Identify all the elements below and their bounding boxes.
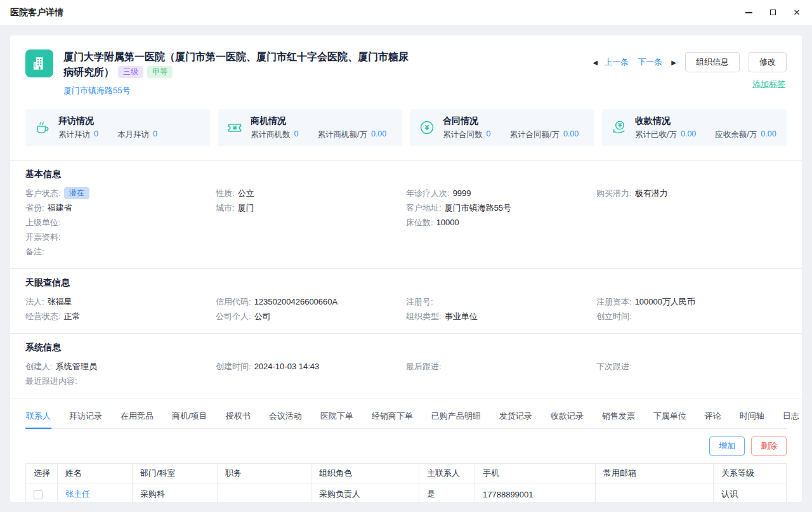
field-row: 创建人:系统管理员 创建时间:2024-10-03 14:43 最后跟进: 下次…	[25, 359, 787, 374]
tab-dealer-orders[interactable]: 经销商下单	[371, 405, 414, 428]
prev-arrow-icon[interactable]: ◀	[593, 59, 598, 66]
yuan-circle-icon: ¥	[419, 119, 435, 136]
field: 法人:张福星	[25, 294, 216, 309]
coffee-cup-icon	[34, 119, 51, 136]
tab-contacts[interactable]: 联系人	[25, 405, 51, 429]
field	[216, 215, 406, 230]
cell-phone: 17788899001	[475, 483, 596, 502]
field: 城市:厦门	[216, 200, 406, 215]
tab-opportunities[interactable]: 商机/项目	[171, 405, 208, 428]
hospital-building-icon	[25, 49, 53, 77]
tab-visit-records[interactable]: 拜访记录	[69, 405, 103, 428]
field-row: 省份:福建省 城市:厦门 客户地址:厦门市镇海路55号	[25, 200, 787, 215]
field	[596, 374, 787, 388]
section-title: 天眼查信息	[25, 277, 787, 289]
tab-authorizations[interactable]: 授权书	[225, 405, 251, 428]
field	[596, 244, 787, 259]
field: 创立时间:	[596, 309, 787, 324]
cell-department: 采购科	[133, 483, 218, 502]
grade-badge: 三级	[118, 66, 143, 78]
field	[216, 244, 406, 259]
page-background: 厦门大学附属第一医院（厦门市第一医院、厦门市红十字会医院、厦门市糖尿病研究所）三…	[0, 25, 812, 512]
field-row: 最近跟进内容:	[25, 374, 787, 388]
tab-payment-records[interactable]: 收款记录	[550, 405, 584, 428]
field-row: 上级单位: 床位数:10000	[25, 215, 787, 230]
add-button[interactable]: 增加	[709, 437, 745, 456]
field: 创建人:系统管理员	[25, 359, 216, 374]
field	[406, 244, 596, 259]
tab-competitors[interactable]: 在用竞品	[120, 405, 154, 428]
customer-detail-card: 厦门大学附属第一医院（厦门市第一医院、厦门市红十字会医院、厦门市糖尿病研究所）三…	[10, 36, 802, 502]
tab-timeline[interactable]: 时间轴	[739, 405, 765, 428]
org-info-button[interactable]: 组织信息	[685, 52, 740, 72]
field: 最后跟进:	[406, 359, 596, 374]
maximize-icon[interactable]	[768, 8, 778, 18]
field-customer-status: 客户状态:潜在	[25, 186, 216, 200]
cell-select	[26, 483, 58, 502]
stat-cards: 拜访情况 累计拜访0 本月拜访0 ¥ 商机情况	[25, 109, 787, 160]
cell-relation: 认识	[714, 483, 787, 502]
field	[596, 215, 787, 230]
stat-card-contracts: ¥ 合同情况 累计合同数0 累计合同额/万0.00	[410, 109, 594, 146]
field: 客户地址:厦门市镇海路55号	[406, 200, 596, 215]
tianyancha-section: 天眼查信息 法人:张福星 信用代码:12350200426600660A 注册号…	[10, 269, 802, 334]
table-row[interactable]: 张主任 采购科 采购负责人 是 17788899001 认识	[26, 483, 787, 502]
svg-text:¥: ¥	[618, 123, 622, 129]
next-record-link[interactable]: 下一条	[638, 56, 662, 68]
minimize-icon[interactable]	[743, 8, 754, 18]
field: 信用代码:12350200426600660A	[216, 294, 406, 309]
prev-record-link[interactable]: 上一条	[604, 56, 629, 68]
tab-sales-invoices[interactable]: 销售发票	[601, 405, 636, 428]
hospital-address-link[interactable]: 厦门市镇海路55号	[63, 85, 130, 96]
table-header-row: 选择 姓名 部门/科室 职务 组织角色 主联系人 手机 常用邮箱 关系等级	[26, 464, 787, 483]
contact-name-link[interactable]: 张主任	[65, 489, 90, 499]
field: 注册号:	[406, 294, 596, 309]
col-department: 部门/科室	[133, 464, 218, 483]
app-window: 医院客户详情 ×	[0, 0, 812, 512]
field: 购买潜力:极有潜力	[596, 186, 787, 200]
delete-button[interactable]: 删除	[751, 437, 787, 456]
tab-comments[interactable]: 评论	[704, 405, 722, 428]
tab-subordinate-units[interactable]: 下属单位	[653, 405, 687, 428]
svg-text:¥: ¥	[233, 124, 237, 131]
col-phone: 手机	[475, 464, 596, 483]
field: 开票资料:	[25, 230, 216, 244]
row-checkbox[interactable]	[34, 490, 43, 499]
window-titlebar: 医院客户详情 ×	[0, 0, 812, 25]
edit-button[interactable]: 修改	[749, 52, 787, 72]
field: 年诊疗人次:9999	[406, 186, 596, 200]
cell-primary-contact: 是	[419, 483, 475, 502]
tab-purchased-products[interactable]: 已购产品明细	[431, 405, 481, 428]
field: 省份:福建省	[25, 200, 216, 215]
close-icon[interactable]: ×	[792, 8, 802, 18]
tab-meetings[interactable]: 会议活动	[268, 405, 303, 428]
window-controls: ×	[743, 8, 802, 18]
basic-info-section: 基本信息 客户状态:潜在 性质:公立 年诊疗人次:9999 购买潜力:极有潜力 …	[10, 161, 802, 269]
field: 经营状态:正常	[25, 309, 216, 324]
yuan-ticket-icon: ¥	[226, 119, 243, 136]
add-tag-link[interactable]: 添加标签	[752, 79, 785, 90]
field-row: 法人:张福星 信用代码:12350200426600660A 注册号: 注册资本…	[25, 294, 787, 309]
field: 最近跟进内容:	[25, 374, 216, 388]
field: 上级单位:	[25, 215, 216, 230]
field	[406, 230, 596, 244]
cell-position	[218, 483, 311, 502]
tab-logs[interactable]: 日志	[782, 405, 800, 428]
col-relation: 关系等级	[714, 464, 787, 483]
stat-card-visits: 拜访情况 累计拜访0 本月拜访0	[25, 109, 210, 146]
cell-name: 张主任	[58, 483, 133, 502]
tab-hospital-orders[interactable]: 医院下单	[320, 405, 354, 428]
status-badge: 潜在	[64, 187, 89, 199]
cell-role: 采购负责人	[311, 483, 419, 502]
col-name: 姓名	[58, 464, 133, 483]
hospital-name: 厦门大学附属第一医院（厦门市第一医院、厦门市红十字会医院、厦门市糖尿病研究所）	[63, 51, 409, 77]
page-title: 厦门大学附属第一医院（厦门市第一医院、厦门市红十字会医院、厦门市糖尿病研究所）三…	[63, 49, 409, 80]
yuan-payment-icon: ¥	[611, 119, 627, 136]
window-title: 医院客户详情	[10, 7, 63, 18]
next-arrow-icon[interactable]: ▶	[671, 59, 676, 66]
field-row: 开票资料:	[25, 230, 787, 244]
section-title: 系统信息	[25, 342, 787, 353]
tab-shipments[interactable]: 发货记录	[499, 405, 533, 428]
field-row: 备注:	[25, 244, 787, 259]
col-position: 职务	[218, 464, 311, 483]
